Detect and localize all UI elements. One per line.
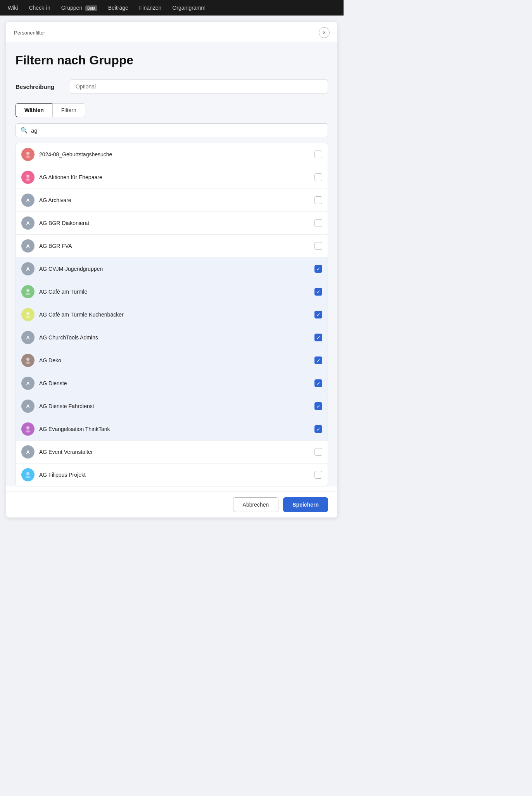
group-checkbox[interactable]	[314, 196, 322, 204]
nav-finanzen[interactable]: Finanzen	[139, 5, 162, 11]
list-item[interactable]: AG Café am Türmle Kuchenbäcker	[16, 303, 328, 326]
list-item[interactable]: AAG Archivare	[16, 189, 328, 212]
close-button[interactable]: ×	[319, 27, 330, 38]
modal-footer: Abbrechen Speichern	[6, 491, 337, 517]
avatar	[21, 171, 35, 184]
item-label: AG Filippus Projekt	[39, 472, 310, 478]
svg-point-7	[26, 316, 30, 318]
avatar	[21, 354, 35, 367]
list-item[interactable]: AG Café am Türmle	[16, 280, 328, 303]
tab-filtern[interactable]: Filtern	[52, 103, 85, 117]
group-checkbox[interactable]	[314, 425, 322, 433]
nav-organigramm[interactable]: Organigramm	[172, 5, 206, 11]
item-label: AG BGR FVA	[39, 243, 310, 249]
modal-header-title: Personenfilter	[14, 30, 45, 36]
nav-beitraege[interactable]: Beiträge	[108, 5, 128, 11]
avatar: A	[21, 239, 35, 253]
svg-point-9	[26, 362, 30, 364]
avatar	[21, 148, 35, 161]
group-checkbox[interactable]	[314, 288, 322, 296]
avatar: A	[21, 262, 35, 275]
save-button[interactable]: Speichern	[283, 497, 328, 512]
avatar: A	[21, 400, 35, 413]
svg-point-0	[26, 152, 29, 155]
group-list: 2024-08_GeburtstagsbesucheAG Aktionen fü…	[16, 143, 328, 486]
group-checkbox[interactable]	[314, 471, 322, 479]
list-item[interactable]: AAG ChurchTools Admins	[16, 326, 328, 349]
avatar	[21, 468, 35, 481]
list-item[interactable]: AG Evangelisation ThinkTank	[16, 418, 328, 441]
list-item[interactable]: AG Aktionen für Ehepaare	[16, 166, 328, 189]
search-icon: 🔍	[21, 127, 28, 134]
item-label: AG Dienste Fahrdienst	[39, 403, 310, 409]
svg-point-5	[26, 293, 30, 295]
avatar: A	[21, 377, 35, 390]
item-label: AG Café am Türmle Kuchenbäcker	[39, 311, 310, 318]
group-checkbox[interactable]	[314, 356, 322, 364]
description-row: Beschreibung	[16, 79, 328, 94]
modal-title: Filtern nach Gruppe	[16, 53, 328, 67]
group-checkbox[interactable]	[314, 379, 322, 387]
group-checkbox[interactable]	[314, 242, 322, 250]
top-navigation: Wiki Check-in Gruppen Beta Beiträge Fina…	[0, 0, 344, 16]
group-checkbox[interactable]	[314, 448, 322, 456]
item-label: AG Archivare	[39, 197, 310, 203]
list-item[interactable]: AG Deko	[16, 349, 328, 372]
item-label: AG Aktionen für Ehepaare	[39, 174, 310, 180]
group-checkbox[interactable]	[314, 151, 322, 158]
item-label: AG Café am Türmle	[39, 289, 310, 295]
nav-wiki[interactable]: Wiki	[8, 5, 18, 11]
item-label: AG ChurchTools Admins	[39, 334, 310, 341]
svg-point-3	[26, 178, 30, 181]
group-checkbox[interactable]	[314, 173, 322, 181]
list-item[interactable]: AAG Dienste Fahrdienst	[16, 395, 328, 418]
svg-point-13	[26, 476, 30, 478]
svg-point-8	[26, 358, 29, 361]
beta-badge: Beta	[85, 5, 97, 11]
svg-point-10	[26, 426, 29, 429]
item-label: 2024-08_Geburtstagsbesuche	[39, 151, 310, 157]
modal-header: Personenfilter ×	[6, 22, 337, 42]
svg-point-4	[26, 289, 29, 292]
avatar	[21, 308, 35, 321]
item-label: AG BGR Diakonierat	[39, 220, 310, 226]
avatar	[21, 285, 35, 298]
list-item[interactable]: AAG Dienste	[16, 372, 328, 395]
item-label: AG Dienste	[39, 380, 310, 386]
group-checkbox[interactable]	[314, 265, 322, 273]
list-item[interactable]: AAG CVJM-Jugendgruppen	[16, 258, 328, 280]
avatar: A	[21, 194, 35, 207]
item-label: AG Deko	[39, 357, 310, 363]
item-label: AG Event Veranstalter	[39, 449, 310, 455]
svg-point-11	[26, 430, 30, 433]
avatar: A	[21, 216, 35, 230]
list-item[interactable]: 2024-08_Geburtstagsbesuche	[16, 143, 328, 166]
svg-point-12	[26, 472, 29, 475]
modal-body: Filtern nach Gruppe Beschreibung Wählen …	[6, 42, 337, 486]
search-input[interactable]	[31, 127, 323, 134]
group-checkbox[interactable]	[314, 402, 322, 410]
list-item[interactable]: AAG Event Veranstalter	[16, 441, 328, 464]
svg-point-1	[26, 156, 30, 158]
group-checkbox[interactable]	[314, 334, 322, 341]
avatar: A	[21, 331, 35, 344]
tabs-row: Wählen Filtern	[16, 103, 328, 117]
list-item[interactable]: AG Filippus Projekt	[16, 464, 328, 486]
list-item[interactable]: AAG BGR FVA	[16, 235, 328, 258]
tab-waehlen[interactable]: Wählen	[16, 103, 52, 117]
group-checkbox[interactable]	[314, 219, 322, 227]
nav-checkin[interactable]: Check-in	[29, 5, 50, 11]
description-input[interactable]	[70, 79, 328, 94]
search-row: 🔍	[16, 123, 328, 137]
nav-gruppen[interactable]: Gruppen Beta	[61, 5, 97, 11]
avatar: A	[21, 445, 35, 459]
svg-point-6	[26, 312, 29, 315]
description-label: Beschreibung	[16, 83, 62, 90]
svg-point-2	[26, 175, 29, 178]
cancel-button[interactable]: Abbrechen	[233, 497, 279, 512]
avatar	[21, 422, 35, 436]
group-checkbox[interactable]	[314, 311, 322, 318]
item-label: AG CVJM-Jugendgruppen	[39, 266, 310, 272]
list-item[interactable]: AAG BGR Diakonierat	[16, 212, 328, 235]
filter-modal: Personenfilter × Filtern nach Gruppe Bes…	[6, 22, 337, 517]
